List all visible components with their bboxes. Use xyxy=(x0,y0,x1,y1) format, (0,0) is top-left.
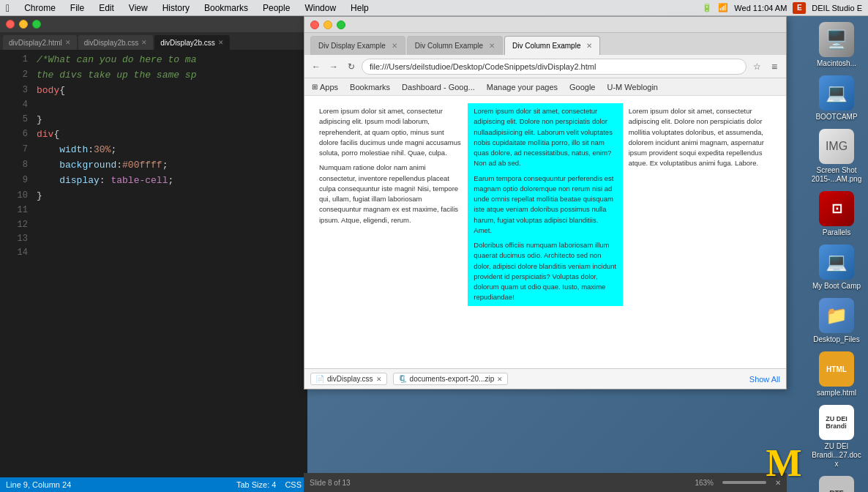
line-number: 7 xyxy=(6,143,28,157)
tab-size: Tab Size: 4 xyxy=(236,480,276,489)
download-filename: documents-export-20...zip xyxy=(410,375,495,383)
chrome-menu-button[interactable]: ≡ xyxy=(767,59,782,74)
zoom-level: 163% xyxy=(695,479,714,487)
line-number: 8 xyxy=(6,158,28,172)
col1-para2: Numquam ratione dolor nam animi consecte… xyxy=(319,163,462,225)
tab-close-icon[interactable]: ✕ xyxy=(586,42,592,50)
bookmark-um-weblogin[interactable]: U-M Weblogin xyxy=(605,83,662,92)
desktop-icon-zudei[interactable]: ZU DEIBrandi ZU DEI Brandi...27.docx xyxy=(811,405,862,469)
star-button[interactable]: ☆ xyxy=(749,59,764,74)
menubar-right: 🔋 📶 Wed 11:04 AM E DEIL Studio E xyxy=(702,2,862,14)
bookmark-manage-pages[interactable]: Manage your pages xyxy=(484,83,561,92)
code-text: width:30%; xyxy=(37,143,302,158)
desktopfiles-icon: 📁 xyxy=(819,298,854,333)
tab-divdisplay2b-css-2[interactable]: divDisplay2b.css ✕ xyxy=(154,35,229,50)
bootcamp-icon: 💻 xyxy=(819,75,854,111)
maximize-button[interactable] xyxy=(32,20,41,29)
bookmark-bookmarks[interactable]: Bookmarks xyxy=(347,83,393,92)
menubar-help[interactable]: Help xyxy=(348,3,372,13)
menubar-edit[interactable]: Edit xyxy=(96,3,117,13)
code-text: /*What can you do here to ma xyxy=(37,53,302,68)
desktop-icon-screenshot[interactable]: IMG Screen Shot 2015-...AM.png xyxy=(811,129,862,184)
menubar-people[interactable]: People xyxy=(260,3,293,13)
code-text: the divs take up the same sp xyxy=(37,68,302,83)
chrome-maximize-button[interactable] xyxy=(337,20,345,29)
download-close-icon[interactable]: ✕ xyxy=(497,376,503,383)
tab-divdisplay2-html[interactable]: divDisplay2.html ✕ xyxy=(3,35,77,50)
tab-close-icon[interactable]: ✕ xyxy=(141,39,147,46)
minimize-button[interactable] xyxy=(19,20,28,29)
line-number: 4 xyxy=(6,98,28,112)
download-close-icon[interactable]: ✕ xyxy=(376,376,382,383)
line-number: 5 xyxy=(6,113,28,127)
editor-content[interactable]: 1 /*What can you do here to ma 2 the div… xyxy=(0,50,307,477)
chrome-tab-div-display[interactable]: Div Display Example ✕ xyxy=(310,36,405,55)
forward-button[interactable]: → xyxy=(326,59,341,74)
bookmark-label: Manage your pages xyxy=(487,83,558,92)
tab-label: Div Display Example xyxy=(318,42,386,50)
chrome-tab-div-column-1[interactable]: Div Column Example ✕ xyxy=(407,36,503,55)
chrome-tab-div-column-2[interactable]: Div Column Example ✕ xyxy=(504,36,600,55)
code-line-8: 8 background:#00ffff; xyxy=(0,158,307,174)
desktop-icon-parallels[interactable]: ⊡ Parallels xyxy=(811,191,862,237)
menubar-file[interactable]: File xyxy=(67,3,87,13)
chrome-close-button[interactable] xyxy=(310,20,319,29)
parallels-icon: ⊡ xyxy=(819,191,854,226)
deil-studio-icon: E xyxy=(793,2,806,14)
screenshot-icon: IMG xyxy=(819,129,854,164)
line-number: 10 xyxy=(6,189,28,203)
icon-label: Screen Shot 2015-...AM.png xyxy=(811,166,862,184)
slide-info: Slide 8 of 13 xyxy=(310,479,351,487)
bookmark-label: U-M Weblogin xyxy=(607,83,659,92)
tab-label: divDisplay2b.css xyxy=(160,39,214,47)
close-button[interactable] xyxy=(6,20,15,29)
chrome-content: Lorem ipsum dolor sit amet, consectetur … xyxy=(304,96,786,389)
bookmark-apps[interactable]: ⊞ Apps xyxy=(309,83,341,92)
address-bar[interactable]: file:///Users/deilstudioe/Desktop/CodeSn… xyxy=(362,59,747,75)
bookmark-label: Dashboard - Goog... xyxy=(402,83,475,92)
desktop-icon-mybootcamp[interactable]: 💻 My Boot Camp xyxy=(811,245,862,291)
code-line-4: 4 xyxy=(0,98,307,112)
desktop-icon-desktopfiles[interactable]: 📁 Desktop_Files xyxy=(811,298,862,344)
bookmark-label: Google xyxy=(569,83,595,92)
col2-para2: Earum tempora consequuntur perferendis e… xyxy=(474,174,616,236)
code-line-11: 11 xyxy=(0,204,307,217)
back-button[interactable]: ← xyxy=(309,59,323,74)
tab-label: Div Column Example xyxy=(512,42,580,50)
apple-menu[interactable]:  xyxy=(6,2,10,14)
reload-button[interactable]: ↻ xyxy=(344,59,359,74)
bookmark-label: Bookmarks xyxy=(350,83,390,92)
menubar-view[interactable]: View xyxy=(126,3,151,13)
column-3: Lorem ipsum dolor sit amet, consectetur … xyxy=(623,103,777,306)
tab-close-icon[interactable]: ✕ xyxy=(218,39,224,46)
code-text: div{ xyxy=(37,127,302,143)
editor-tabs: divDisplay2.html ✕ divDisplay2b.css ✕ di… xyxy=(0,32,307,50)
desktop-icon-macintosh[interactable]: 🖥️ Macintosh... xyxy=(811,22,862,68)
line-number: 3 xyxy=(6,83,28,97)
tab-close-icon[interactable]: ✕ xyxy=(392,42,397,50)
menubar-history[interactable]: History xyxy=(160,3,192,13)
statusbar-right: Tab Size: 4 CSS xyxy=(236,480,302,489)
wifi-icon: 📶 xyxy=(718,3,728,12)
tab-close-icon[interactable]: ✕ xyxy=(65,39,71,46)
bookmark-dashboard[interactable]: Dashboard - Goog... xyxy=(399,83,478,92)
chrome-download-bar: 📄 divDisplay.css ✕ 🗜️ documents-export-2… xyxy=(304,368,786,389)
menubar-bookmarks[interactable]: Bookmarks xyxy=(201,3,251,13)
menubar-chrome[interactable]: Chrome xyxy=(21,3,59,13)
chrome-minimize-button[interactable] xyxy=(323,20,332,29)
download-item-css[interactable]: 📄 divDisplay.css ✕ xyxy=(310,373,387,385)
code-line-5: 5 } xyxy=(0,113,307,128)
menubar-window[interactable]: Window xyxy=(302,3,339,13)
show-all-button[interactable]: Show All xyxy=(749,375,780,384)
code-line-10: 10 } xyxy=(0,189,307,204)
chrome-titlebar xyxy=(304,17,786,33)
code-line-9: 9 display: table-cell; xyxy=(0,174,307,189)
bookmark-google[interactable]: Google xyxy=(566,83,598,92)
desktop-icon-sample-html[interactable]: HTML sample.html xyxy=(811,351,862,398)
tab-close-icon[interactable]: ✕ xyxy=(489,42,495,50)
sample-html-icon: HTML xyxy=(819,351,854,387)
tab-divdisplay2b-css-1[interactable]: divDisplay2b.css ✕ xyxy=(78,35,153,50)
download-item-zip[interactable]: 🗜️ documents-export-20...zip ✕ xyxy=(393,373,509,385)
desktop-icon-sample-rtf[interactable]: RTF sample.rtf xyxy=(811,476,862,492)
desktop-icon-bootcamp[interactable]: 💻 BOOTCAMP xyxy=(811,75,862,122)
